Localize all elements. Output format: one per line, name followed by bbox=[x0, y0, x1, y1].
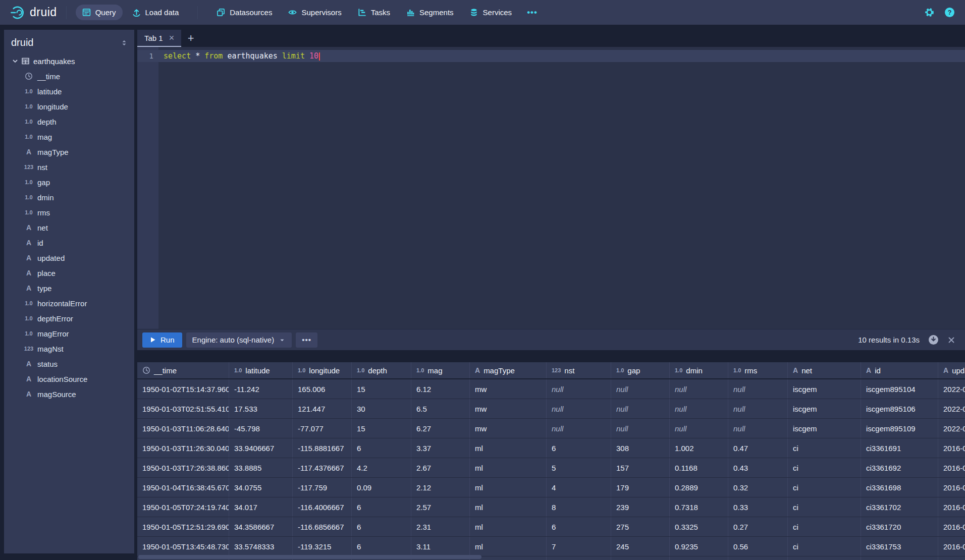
table-cell[interactable]: 245 bbox=[611, 537, 670, 556]
table-cell[interactable]: 6.12 bbox=[411, 379, 470, 399]
nav-item-query[interactable]: Query bbox=[76, 5, 123, 20]
tab-close-icon[interactable]: × bbox=[169, 33, 175, 42]
table-cell[interactable]: 0.43 bbox=[728, 458, 788, 477]
table-cell[interactable]: ml bbox=[470, 497, 547, 517]
table-cell[interactable]: null bbox=[547, 399, 611, 418]
table-cell[interactable]: 6 bbox=[547, 438, 611, 458]
table-cell[interactable]: 6 bbox=[547, 517, 611, 536]
table-cell[interactable]: -117.759 bbox=[293, 478, 352, 497]
table-cell[interactable]: 33.8885 bbox=[229, 458, 293, 477]
table-cell[interactable]: 2.67 bbox=[411, 458, 470, 477]
table-cell[interactable]: 6 bbox=[352, 537, 411, 556]
nav-item-segments[interactable]: Segments bbox=[400, 5, 460, 20]
table-cell[interactable]: ml bbox=[470, 517, 547, 536]
table-cell[interactable]: null bbox=[547, 419, 611, 438]
tab-1[interactable]: Tab 1 × bbox=[137, 30, 181, 47]
column-header-depth[interactable]: 1.0depth bbox=[352, 362, 411, 378]
sidebar-column-rms[interactable]: 1.0rms bbox=[4, 205, 134, 220]
table-cell[interactable]: 6 bbox=[352, 497, 411, 517]
sidebar-column-latitude[interactable]: 1.0latitude bbox=[4, 84, 134, 99]
table-cell[interactable]: -116.4006667 bbox=[293, 497, 352, 517]
nav-item-more-menu[interactable]: ••• bbox=[521, 5, 543, 20]
sidebar-column-depth[interactable]: 1.0depth bbox=[4, 114, 134, 129]
table-cell[interactable]: 179 bbox=[611, 478, 670, 497]
sidebar-column-magError[interactable]: 1.0magError bbox=[4, 326, 134, 341]
table-cell[interactable]: 0.27 bbox=[728, 517, 788, 536]
table-cell[interactable]: 2016-0 bbox=[938, 478, 965, 497]
sidebar-column-mag[interactable]: 1.0mag bbox=[4, 129, 134, 144]
table-cell[interactable]: -77.077 bbox=[293, 419, 352, 438]
table-cell[interactable]: ml bbox=[470, 458, 547, 477]
nav-item-supervisors[interactable]: Supervisors bbox=[282, 5, 348, 20]
table-cell[interactable]: 2022-0 bbox=[938, 379, 965, 399]
table-cell[interactable]: null bbox=[728, 379, 788, 399]
table-cell[interactable]: 34.0755 bbox=[229, 478, 293, 497]
table-cell[interactable]: 2016-0 bbox=[938, 438, 965, 458]
table-cell[interactable]: mw bbox=[470, 419, 547, 438]
nav-item-tasks[interactable]: Tasks bbox=[351, 5, 397, 20]
sidebar-column-magNst[interactable]: 123magNst bbox=[4, 341, 134, 356]
table-cell[interactable]: 0.32 bbox=[728, 478, 788, 497]
table-cell[interactable]: -115.8881667 bbox=[293, 438, 352, 458]
table-cell[interactable]: ml bbox=[470, 478, 547, 497]
druid-logo[interactable]: druid bbox=[10, 5, 57, 20]
sidebar-table-earthquakes[interactable]: earthquakes bbox=[4, 53, 134, 69]
nav-item-datasources[interactable]: Datasources bbox=[210, 5, 279, 20]
close-results-icon[interactable] bbox=[946, 334, 957, 346]
table-cell[interactable]: ci bbox=[788, 458, 861, 477]
table-cell[interactable]: null bbox=[611, 399, 670, 418]
table-cell[interactable]: 7 bbox=[547, 537, 611, 556]
table-cell[interactable]: null bbox=[728, 399, 788, 418]
table-cell[interactable]: iscgem bbox=[788, 379, 861, 399]
table-cell[interactable]: 239 bbox=[611, 497, 670, 517]
table-cell[interactable]: null bbox=[547, 379, 611, 399]
table-cell[interactable]: 2016-0 bbox=[938, 517, 965, 536]
table-cell[interactable]: 1950-01-02T15:14:37.960Z bbox=[137, 379, 229, 399]
table-cell[interactable]: ci3361720 bbox=[861, 517, 938, 536]
sidebar-column-dmin[interactable]: 1.0dmin bbox=[4, 190, 134, 205]
table-cell[interactable]: 6 bbox=[352, 438, 411, 458]
table-cell[interactable]: -117.4376667 bbox=[293, 458, 352, 477]
table-cell[interactable]: -11.242 bbox=[229, 379, 293, 399]
table-cell[interactable]: 33.5748333 bbox=[229, 537, 293, 556]
table-cell[interactable]: 6 bbox=[352, 517, 411, 536]
table-cell[interactable]: 0.47 bbox=[728, 438, 788, 458]
nav-item-services[interactable]: Services bbox=[463, 5, 519, 20]
table-cell[interactable]: 308 bbox=[611, 438, 670, 458]
table-cell[interactable]: ci bbox=[788, 478, 861, 497]
table-cell[interactable]: 1950-01-03T02:51:55.410Z bbox=[137, 399, 229, 418]
table-cell[interactable]: 0.2889 bbox=[670, 478, 728, 497]
schema-selector[interactable]: druid bbox=[4, 30, 134, 53]
sidebar-column-nst[interactable]: 123nst bbox=[4, 159, 134, 175]
chevron-down-icon[interactable] bbox=[11, 57, 21, 65]
table-cell[interactable]: iscgem bbox=[788, 399, 861, 418]
column-header-gap[interactable]: 1.0gap bbox=[611, 362, 670, 378]
table-cell[interactable]: ci bbox=[788, 438, 861, 458]
column-header-nst[interactable]: 123nst bbox=[547, 362, 611, 378]
table-cell[interactable]: 5 bbox=[547, 458, 611, 477]
table-cell[interactable]: null bbox=[611, 379, 670, 399]
table-cell[interactable]: -45.798 bbox=[229, 419, 293, 438]
table-cell[interactable]: 1.002 bbox=[670, 438, 728, 458]
table-cell[interactable]: 34.017 bbox=[229, 497, 293, 517]
table-cell[interactable]: 1950-01-05T12:51:29.690Z bbox=[137, 517, 229, 536]
nav-item-load-data[interactable]: Load data bbox=[126, 5, 186, 20]
settings-gear-icon[interactable] bbox=[924, 7, 935, 18]
engine-selector[interactable]: Engine: auto (sql-native) bbox=[186, 332, 292, 348]
table-cell[interactable]: 0.1168 bbox=[670, 458, 728, 477]
table-cell[interactable]: null bbox=[670, 379, 728, 399]
table-cell[interactable]: ci bbox=[788, 497, 861, 517]
table-cell[interactable]: 15 bbox=[352, 419, 411, 438]
sidebar-column-updated[interactable]: Aupdated bbox=[4, 250, 134, 265]
run-button[interactable]: Run bbox=[142, 332, 182, 348]
table-cell[interactable]: iscgem895106 bbox=[861, 399, 938, 418]
table-cell[interactable]: iscgem895104 bbox=[861, 379, 938, 399]
table-cell[interactable]: ci3361692 bbox=[861, 458, 938, 477]
table-cell[interactable]: 30 bbox=[352, 399, 411, 418]
table-cell[interactable]: 0.09 bbox=[352, 478, 411, 497]
table-cell[interactable]: 1950-01-03T11:06:28.640Z bbox=[137, 419, 229, 438]
table-cell[interactable]: ci bbox=[788, 537, 861, 556]
sidebar-column-gap[interactable]: 1.0gap bbox=[4, 175, 134, 190]
sidebar-column-depthError[interactable]: 1.0depthError bbox=[4, 311, 134, 326]
table-cell[interactable]: 1950-01-03T17:26:38.860Z bbox=[137, 458, 229, 477]
